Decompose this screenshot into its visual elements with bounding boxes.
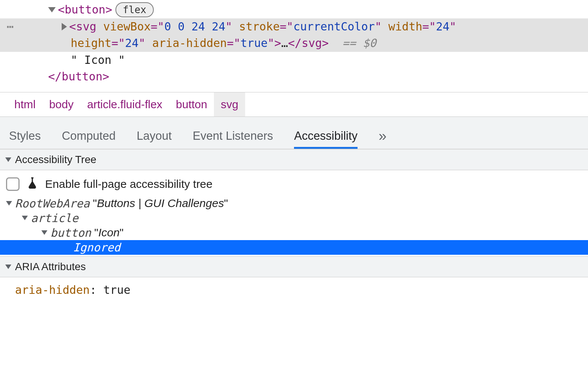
- chevron-down-icon: [41, 230, 47, 235]
- section-aria-attributes[interactable]: ARIA Attributes: [0, 256, 588, 277]
- button-open-tag: <button>: [58, 2, 112, 18]
- chevron-down-icon: [5, 157, 11, 162]
- enable-full-page-label: Enable full-page accessibility tree: [45, 178, 212, 191]
- dom-node-button-close[interactable]: </button>: [0, 68, 588, 85]
- crumb-svg[interactable]: svg: [214, 92, 245, 116]
- chevron-down-icon: [5, 265, 11, 269]
- flask-icon: [26, 176, 39, 192]
- expand-toggle-icon[interactable]: [48, 7, 56, 12]
- enable-full-page-row: Enable full-page accessibility tree: [0, 175, 588, 196]
- tab-event-listeners[interactable]: Event Listeners: [193, 129, 273, 149]
- dom-tree: <button> flex ⋯ <svg viewBox="0 0 24 24"…: [0, 0, 588, 92]
- a11y-node-article[interactable]: article: [0, 211, 588, 225]
- crumb-body[interactable]: body: [42, 92, 80, 116]
- breadcrumb: html body article.fluid-flex button svg: [0, 92, 588, 117]
- eq-zero-marker: == $0: [342, 36, 376, 50]
- a11y-node-ignored-selected[interactable]: Ignored: [0, 240, 588, 255]
- a11y-node-button[interactable]: button "Icon": [0, 225, 588, 240]
- svg-open: <svg viewBox="0 0 24 24" stroke="current…: [69, 19, 456, 35]
- section-title: Accessibility Tree: [15, 154, 96, 166]
- enable-full-page-checkbox[interactable]: [6, 177, 20, 191]
- dom-node-svg-selected[interactable]: ⋯ <svg viewBox="0 0 24 24" stroke="curre…: [0, 18, 588, 35]
- context-menu-dots-icon[interactable]: ⋯: [7, 19, 14, 35]
- a11y-node-root[interactable]: RootWebArea "Buttons | GUI Challenges": [0, 196, 588, 211]
- section-a11y-tree[interactable]: Accessibility Tree: [0, 149, 588, 170]
- crumb-article[interactable]: article.fluid-flex: [80, 92, 169, 116]
- sidebar-tabbar: Styles Computed Layout Event Listeners A…: [0, 117, 588, 149]
- svg-attrs-cont: height="24" aria-hidden="true">…</svg> =…: [71, 36, 376, 51]
- tab-styles[interactable]: Styles: [9, 129, 41, 149]
- dom-text-node-icon[interactable]: " Icon ": [0, 52, 588, 69]
- aria-attributes-body: aria-hidden: true: [0, 277, 588, 300]
- dom-node-svg-cont: height="24" aria-hidden="true">…</svg> =…: [0, 35, 588, 52]
- tabs-overflow-icon[interactable]: »: [379, 128, 386, 149]
- chevron-down-icon: [6, 201, 12, 206]
- a11y-tree-body: Enable full-page accessibility tree Root…: [0, 170, 588, 256]
- dom-node-button[interactable]: <button> flex: [0, 2, 588, 18]
- tab-accessibility[interactable]: Accessibility: [294, 129, 358, 149]
- tab-computed[interactable]: Computed: [62, 129, 115, 149]
- section-title: ARIA Attributes: [15, 261, 86, 273]
- devtools-pane: <button> flex ⋯ <svg viewBox="0 0 24 24"…: [0, 0, 588, 300]
- crumb-button[interactable]: button: [169, 92, 214, 116]
- expand-toggle-icon[interactable]: [62, 23, 67, 30]
- crumb-html[interactable]: html: [8, 92, 42, 116]
- aria-attr-value: true: [103, 283, 130, 296]
- tab-layout[interactable]: Layout: [136, 129, 171, 149]
- aria-attr-name: aria-hidden: [15, 283, 90, 296]
- chevron-down-icon: [22, 216, 28, 220]
- flex-badge[interactable]: flex: [115, 2, 154, 17]
